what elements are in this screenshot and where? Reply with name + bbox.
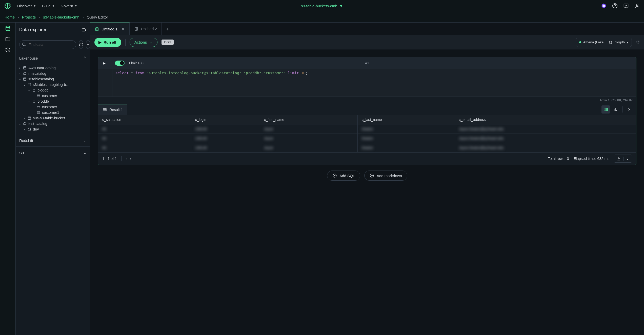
col-login[interactable]: c_login [191,115,260,124]
pager-next-button[interactable]: › [130,157,131,161]
editor-toolbar: ▶ Run all Actions ⌄ Draft Athena (Lake… … [90,35,644,49]
svg-rect-18 [103,108,106,111]
col-first-name[interactable]: c_first_name [260,115,357,124]
cell-last: Deaton [362,146,373,150]
fullscreen-exit-icon[interactable] [635,40,640,45]
chart-view-button[interactable] [611,105,620,114]
nav-build[interactable]: Build ▼ [42,4,54,8]
more-tabs-icon[interactable]: ⋯ [634,23,644,35]
tree-item-proddb[interactable]: ⌄ proddb [16,99,90,104]
section-s3-header[interactable]: S3 ⌄ [16,147,90,159]
total-rows-label: Total rows: [548,157,565,161]
actions-button[interactable]: Actions ⌄ [130,38,157,47]
limit-toggle[interactable] [115,61,125,66]
run-cell-button[interactable]: ▶ [103,61,106,65]
close-result-button[interactable]: ✕ [625,105,634,114]
add-button[interactable] [86,40,90,49]
tree-item-test-catalog[interactable]: ⌄ test-catalog [16,121,90,126]
col-salutation[interactable]: c_salutation [98,115,191,124]
connection-chip[interactable]: Athena (Lake… blogdb ▾ [576,38,632,47]
project-selector[interactable]: s3-table-buckets-cmh ▼ [301,4,343,8]
schema-icon [27,127,31,131]
refresh-button[interactable] [79,40,83,49]
add-sql-button[interactable]: Add SQL [327,171,360,181]
chevron-down-icon: ▼ [75,5,77,7]
cell-login: 138140 [195,146,207,150]
folder-icon[interactable] [5,36,11,42]
section-s3: S3 ⌄ [16,147,90,159]
download-button[interactable]: ⌄ [614,155,632,163]
section-redshift-header[interactable]: Redshift ⌄ [16,134,90,146]
result-tab-1[interactable]: Result 1 [98,104,127,115]
tab-untitled-2[interactable]: Untitled 2 [130,23,162,35]
caret-down-icon: ▾ [627,40,629,44]
table-row[interactable]: Mr 138140 Joyce Deaton Joyce.Deaton@q1hw… [98,124,636,134]
cell-email: Joyce.Deaton@q1hwart.edu [459,127,504,131]
collapse-sidebar-icon[interactable] [82,27,87,32]
nav-govern[interactable]: Govern ▼ [61,4,77,8]
table-row[interactable]: Mr 138140 Joyce Deaton Joyce.Deaton@q1hw… [98,143,636,153]
kw-from: from [135,71,144,75]
tree-item-rmscatalog[interactable]: › rmscatalog [16,71,90,76]
cursor-position: Row 1, Col 88, Chr 87 [600,98,633,102]
tab-untitled-1[interactable]: Untitled 1 ✕ [90,23,130,35]
close-icon[interactable]: ✕ [122,27,125,31]
cell-last: Deaton [362,127,373,131]
col-last-name[interactable]: c_last_name [357,115,455,124]
database-small-icon [32,99,36,103]
collapse-icon: ⌄ [18,122,21,125]
col-email[interactable]: c_email_address [455,115,636,124]
cell-email: Joyce.Deaton@q1hwart.edu [459,146,504,150]
table-view-button[interactable] [601,105,610,114]
divider [125,39,126,46]
tree-item-awsdatacatalog[interactable]: › AwsDataCatalog [16,65,90,71]
crumb-projects[interactable]: Projects [22,15,36,19]
nav-discover[interactable]: Discover ▼ [17,4,36,8]
pager-prev-button[interactable]: ‹ [126,157,127,161]
tree-item-blogdb-customer[interactable]: customer [16,93,90,99]
app-logo-icon[interactable] [4,2,11,9]
cell-index: #1 [365,61,369,65]
sql-editor[interactable]: 1 select * from "s3tables-integblog-buck… [98,69,636,97]
table-row[interactable]: Mr 138140 Joyce Deaton Joyce.Deaton@q1hw… [98,134,636,143]
crumb-project[interactable]: s3-table-buckets-cmh [43,15,79,19]
database-icon[interactable] [5,26,11,32]
expand-icon: › [18,72,21,75]
line-number: 1 [107,71,109,75]
feedback-icon[interactable] [623,3,629,9]
tree-item-proddb-customer[interactable]: customer [16,104,90,110]
history-icon[interactable] [5,47,11,53]
user-icon[interactable] [634,3,640,9]
chevron-down-icon: ▼ [339,4,343,8]
result-tab-label: Result 1 [109,108,123,112]
chevron-right-icon: › [18,15,19,19]
tree-item-s3tables-integblog[interactable]: ⌄ s3tables-integblog-b… [16,82,90,87]
schema-icon [23,122,27,126]
tree-item-s3tablescatalog[interactable]: ⌄ s3tablescatalog [16,76,90,82]
chevron-down-icon: ▼ [52,5,55,7]
sidebar-toolbar [16,37,90,52]
section-lakehouse-label: Lakehouse [19,56,38,60]
tree-item-dev[interactable]: › dev [16,126,90,132]
topbar-left: Discover ▼ Build ▼ Govern ▼ [4,2,77,9]
help-icon[interactable] [612,3,618,9]
cell-header: ▶ Limit 100 #1 [98,57,636,69]
add-tab-button[interactable]: ＋ [162,23,173,35]
expand-icon: › [23,117,26,120]
cell-salutation: Mr [102,146,106,150]
tree-item-proddb-customer1[interactable]: customer1 [16,110,90,115]
hexagon-app-icon[interactable] [601,3,607,9]
nav-govern-label: Govern [61,4,73,8]
total-rows-value: 3 [567,157,569,161]
tree-item-sus-bucket[interactable]: › sus-s3-table-bucket [16,115,90,121]
tree-item-blogdb[interactable]: ⌄ blogdb [16,87,90,93]
search-input[interactable] [19,40,76,49]
chevron-down-icon: ⌄ [83,151,87,155]
run-all-button[interactable]: ▶ Run all [94,38,121,47]
section-lakehouse-header[interactable]: Lakehouse ⌃ [16,52,90,64]
add-markdown-button[interactable]: Add markdown [364,171,407,181]
svg-rect-12 [37,95,40,97]
svg-point-6 [6,26,10,28]
crumb-home[interactable]: Home [5,15,15,19]
chevron-up-icon: ⌃ [83,56,87,60]
